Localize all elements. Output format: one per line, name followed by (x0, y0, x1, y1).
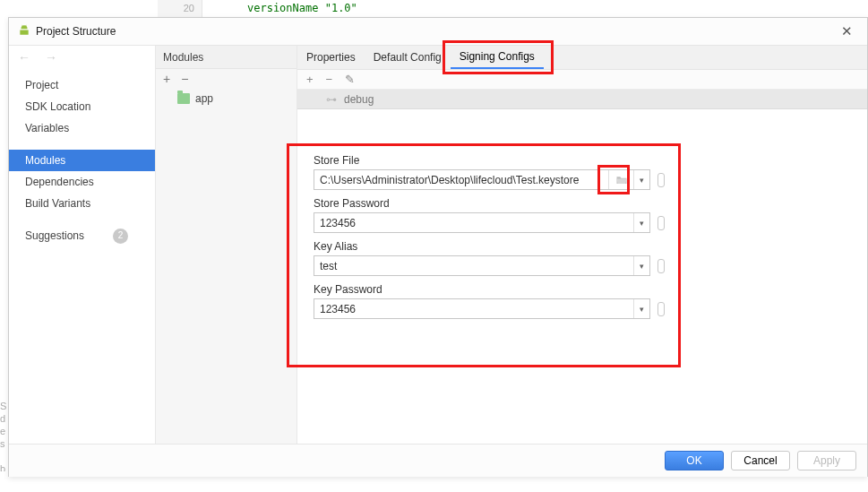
store-file-input[interactable] (314, 170, 608, 189)
module-item-app[interactable]: app (156, 89, 296, 108)
apply-button[interactable]: Apply (797, 451, 856, 470)
dialog-footer: OK Cancel Apply (9, 445, 867, 477)
config-row-debug[interactable]: ⊶ debug (297, 90, 867, 109)
store-file-dropdown[interactable]: ▾ (633, 170, 649, 189)
key-alias-input[interactable] (314, 256, 633, 275)
sidebar-item-sdk-location[interactable]: SDK Location (9, 96, 155, 117)
field-store-file: Store File ▾ (314, 154, 851, 190)
android-icon (18, 24, 30, 39)
sidebar-item-suggestions[interactable]: Suggestions 2 (9, 225, 155, 246)
tabs-row: Properties Default Config Signing Config… (297, 46, 867, 70)
key-alias-combo: ▾ (314, 255, 650, 276)
sidebar-item-project[interactable]: Project (9, 74, 155, 96)
titlebar: Project Structure ✕ (9, 18, 867, 45)
store-file-combo: ▾ (314, 169, 650, 190)
sidebar-list: Project SDK Location Variables Modules D… (9, 69, 155, 246)
close-button[interactable]: ✕ (836, 23, 858, 39)
sidebar-item-modules[interactable]: Modules (9, 150, 155, 171)
field-store-password: Store Password ▾ (314, 197, 851, 233)
sidebar-item-dependencies[interactable]: Dependencies (9, 171, 155, 193)
cancel-button[interactable]: Cancel (731, 451, 790, 470)
remove-config-button[interactable]: − (326, 73, 333, 86)
tab-default-config[interactable]: Default Config (365, 46, 451, 69)
key-icon: ⊶ (326, 93, 337, 106)
key-password-clear[interactable] (657, 302, 665, 316)
modules-column: Modules + − app (156, 46, 297, 444)
project-structure-dialog: Project Structure ✕ ← → Project SDK Loca… (8, 17, 868, 477)
nav-forward-icon[interactable]: → (45, 50, 57, 65)
key-alias-clear[interactable] (657, 259, 665, 273)
remove-module-button[interactable]: − (181, 73, 188, 85)
key-password-label: Key Password (314, 283, 851, 296)
modules-header: Modules (156, 46, 296, 69)
key-password-input[interactable] (314, 299, 633, 318)
store-password-input[interactable] (314, 213, 633, 232)
config-row-label: debug (344, 93, 374, 106)
browse-file-button[interactable] (608, 170, 633, 189)
key-alias-label: Key Alias (314, 240, 851, 253)
ok-button[interactable]: OK (665, 451, 724, 470)
store-password-label: Store Password (314, 197, 851, 210)
sidebar-item-variables[interactable]: Variables (9, 117, 155, 139)
store-password-clear[interactable] (657, 216, 665, 230)
folder-icon (177, 93, 190, 104)
key-password-combo: ▾ (314, 298, 650, 319)
key-alias-dropdown[interactable]: ▾ (633, 256, 649, 275)
store-file-clear[interactable] (657, 173, 665, 187)
sidebar-item-build-variants[interactable]: Build Variants (9, 193, 155, 214)
field-key-alias: Key Alias ▾ (314, 240, 851, 276)
form-area: Store File ▾ Store Password (297, 109, 867, 444)
sidebar: ← → Project SDK Location Variables Modul… (9, 46, 156, 444)
field-key-password: Key Password ▾ (314, 283, 851, 319)
modules-toolbar: + − (156, 69, 296, 89)
main-column: Properties Default Config Signing Config… (297, 46, 867, 444)
store-password-combo: ▾ (314, 212, 650, 233)
edit-config-button[interactable] (345, 73, 355, 86)
nav-arrows: ← → (9, 46, 155, 69)
tab-signing-configs[interactable]: Signing Configs (451, 46, 544, 69)
config-toolbar: + − (297, 70, 867, 90)
sidebar-item-label: Suggestions (25, 225, 84, 246)
nav-back-icon[interactable]: ← (18, 50, 30, 65)
store-file-label: Store File (314, 154, 851, 167)
tab-properties[interactable]: Properties (297, 46, 365, 69)
add-config-button[interactable]: + (306, 73, 314, 86)
editor-code-fragment: versionName "1.0" (202, 0, 357, 17)
store-password-dropdown[interactable]: ▾ (633, 213, 649, 232)
dialog-body: ← → Project SDK Location Variables Modul… (9, 45, 867, 445)
add-module-button[interactable]: + (163, 73, 170, 85)
dialog-title: Project Structure (36, 25, 116, 38)
key-password-dropdown[interactable]: ▾ (633, 299, 649, 318)
suggestions-badge: 2 (113, 229, 128, 244)
editor-gutter: 20 (158, 0, 202, 17)
module-item-label: app (195, 92, 213, 105)
